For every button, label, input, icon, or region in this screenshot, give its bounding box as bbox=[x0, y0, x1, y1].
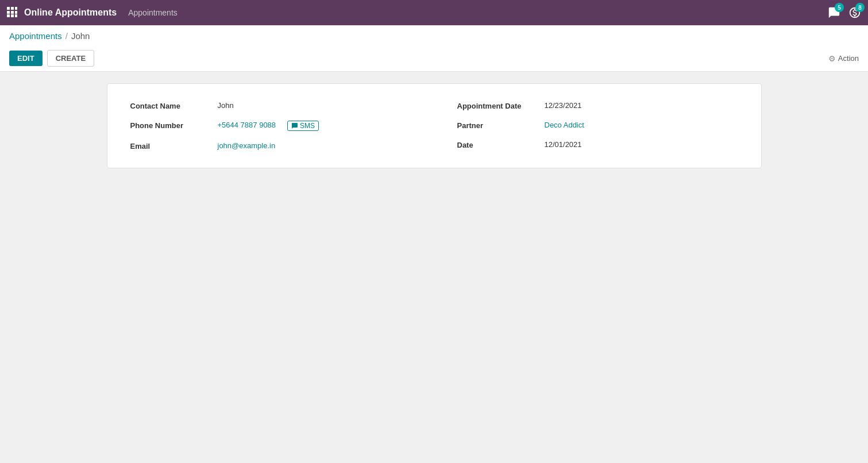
breadcrumb-current: John bbox=[71, 31, 90, 41]
partner-label: Partner bbox=[457, 121, 538, 130]
phone-number-value[interactable]: +5644 7887 9088 bbox=[218, 121, 276, 129]
subheader: Appointments / John EDIT CREATE ⚙ Action bbox=[0, 25, 868, 72]
appointment-date-value: 12/23/2021 bbox=[545, 101, 582, 110]
svg-rect-7 bbox=[11, 14, 14, 17]
date-row: Date 12/01/2021 bbox=[457, 140, 738, 149]
partner-value[interactable]: Deco Addict bbox=[545, 121, 584, 129]
svg-rect-8 bbox=[15, 14, 17, 17]
svg-rect-3 bbox=[7, 11, 10, 14]
edit-button[interactable]: EDIT bbox=[9, 51, 43, 66]
topnav-breadcrumb[interactable]: Appointments bbox=[128, 8, 178, 17]
partner-row: Partner Deco Addict bbox=[457, 121, 738, 130]
email-value[interactable]: john@example.in bbox=[218, 141, 276, 150]
date-label: Date bbox=[457, 140, 538, 149]
content-area: Contact Name John Phone Number +5644 788… bbox=[0, 72, 868, 463]
action-button[interactable]: ⚙ Action bbox=[828, 54, 859, 63]
svg-rect-5 bbox=[15, 11, 17, 14]
topnav-right-area: 5 8 bbox=[828, 6, 861, 19]
appointment-date-label: Appointment Date bbox=[457, 101, 538, 110]
svg-rect-0 bbox=[7, 7, 10, 10]
contact-name-value: John bbox=[218, 101, 234, 110]
breadcrumb-appointments-link[interactable]: Appointments bbox=[9, 31, 62, 41]
email-row: Email john@example.in bbox=[130, 141, 411, 151]
sms-label: SMS bbox=[300, 122, 315, 130]
top-navbar: Online Appointments Appointments 5 8 bbox=[0, 0, 868, 25]
form-grid: Contact Name John Phone Number +5644 788… bbox=[130, 101, 738, 151]
grid-menu-icon[interactable] bbox=[7, 7, 17, 19]
appointment-date-row: Appointment Date 12/23/2021 bbox=[457, 101, 738, 110]
contact-name-row: Contact Name John bbox=[130, 101, 411, 110]
phone-number-row: Phone Number +5644 7887 9088 SMS bbox=[130, 121, 411, 131]
gear-icon: ⚙ bbox=[828, 54, 836, 63]
messages-icon[interactable]: 5 bbox=[828, 6, 840, 19]
toolbar: EDIT CREATE ⚙ Action bbox=[9, 45, 859, 71]
action-label: Action bbox=[838, 54, 859, 63]
phone-number-label: Phone Number bbox=[130, 121, 211, 130]
activity-badge: 8 bbox=[855, 3, 865, 12]
svg-rect-1 bbox=[11, 7, 14, 10]
svg-rect-6 bbox=[7, 14, 10, 17]
svg-rect-4 bbox=[11, 11, 14, 14]
breadcrumb-separator: / bbox=[65, 31, 68, 41]
form-card: Contact Name John Phone Number +5644 788… bbox=[107, 83, 762, 168]
date-value: 12/01/2021 bbox=[545, 140, 582, 149]
form-left-section: Contact Name John Phone Number +5644 788… bbox=[130, 101, 411, 151]
form-right-section: Appointment Date 12/23/2021 Partner Deco… bbox=[457, 101, 738, 151]
breadcrumb: Appointments / John bbox=[9, 31, 859, 45]
activity-icon[interactable]: 8 bbox=[848, 6, 861, 19]
app-title: Online Appointments bbox=[24, 7, 117, 18]
sms-button[interactable]: SMS bbox=[287, 121, 319, 131]
create-button[interactable]: CREATE bbox=[47, 50, 94, 67]
contact-name-label: Contact Name bbox=[130, 101, 211, 110]
messages-badge: 5 bbox=[835, 3, 844, 12]
email-label: Email bbox=[130, 141, 211, 151]
svg-rect-2 bbox=[15, 7, 17, 10]
